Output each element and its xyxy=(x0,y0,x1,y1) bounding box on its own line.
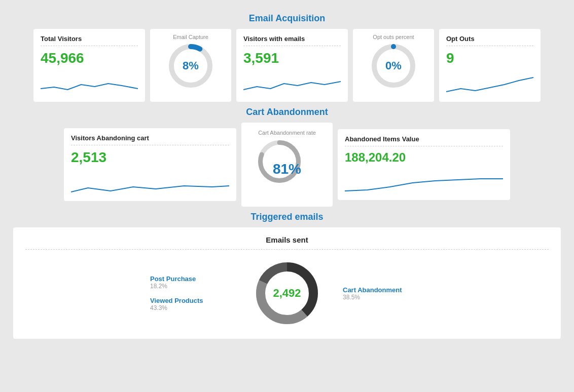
abandoned-value-card: Abandoned Items Value 188,204.20 xyxy=(338,129,510,200)
legend-cart-abandonment-label: Cart Abandonment xyxy=(343,286,424,294)
visitors-abandoning-card: Visitors Abandoning cart 2,513 xyxy=(64,128,236,201)
total-visitors-card: Total Visitors 45,966 xyxy=(33,29,145,102)
triggered-emails-section: Triggered emails Emails sent Post Purcha… xyxy=(8,212,566,339)
cart-rate-gauge: 81% xyxy=(257,139,317,200)
abandoned-value-sparkline xyxy=(345,168,503,193)
opt-outs-percent-gauge: 0% xyxy=(371,43,416,89)
donut-chart: 2,492 xyxy=(252,258,322,329)
opt-outs-value: 9 xyxy=(446,50,533,66)
legend-post-purchase-pct: 18.2% xyxy=(150,283,231,290)
opt-outs-label: Opt Outs xyxy=(446,35,533,46)
opt-outs-card: Opt Outs 9 xyxy=(439,29,541,102)
donut-center-value: 2,492 xyxy=(273,287,301,300)
donut-legend-right: Cart Abandonment 38.5% xyxy=(343,286,424,301)
donut-legend-left: Post Purchase 18.2% Viewed Products 43.3… xyxy=(150,275,231,311)
visitors-abandoning-label: Visitors Abandoning cart xyxy=(71,134,229,145)
total-visitors-value: 45,966 xyxy=(41,50,138,66)
visitors-emails-value: 3,591 xyxy=(243,50,341,66)
visitors-emails-sparkline xyxy=(243,69,341,95)
emails-sent-title: Emails sent xyxy=(25,236,549,250)
email-capture-gauge: 8% xyxy=(168,43,213,89)
opt-outs-percent-label: Opt outs percent xyxy=(373,34,414,40)
email-acquisition-title: Email Acquisition xyxy=(8,13,566,24)
legend-post-purchase: Post Purchase 18.2% xyxy=(150,275,231,290)
total-visitors-sparkline xyxy=(41,69,138,95)
visitors-emails-card: Visitors with emails 3,591 xyxy=(236,29,348,102)
visitors-abandoning-sparkline xyxy=(71,169,229,194)
legend-cart-abandonment: Cart Abandonment 38.5% xyxy=(343,286,424,301)
legend-cart-abandonment-pct: 38.5% xyxy=(343,294,424,301)
opt-outs-percent-value: 0% xyxy=(385,59,402,72)
legend-post-purchase-label: Post Purchase xyxy=(150,275,231,283)
cart-rate-value: 81% xyxy=(273,161,301,177)
cart-rate-label: Cart Abandonment rate xyxy=(258,130,316,136)
emails-sent-card: Emails sent Post Purchase 18.2% Viewed P… xyxy=(13,227,561,339)
cart-rate-card: Cart Abandonment rate 81% xyxy=(241,123,333,207)
email-capture-card: Email Capture 8% xyxy=(150,29,231,102)
email-acquisition-row: Total Visitors 45,966 Email Capture 8% V… xyxy=(8,29,566,102)
legend-viewed-products: Viewed Products 43.3% xyxy=(150,297,231,311)
cart-abandonment-row: Visitors Abandoning cart 2,513 Cart Aban… xyxy=(8,123,566,207)
legend-viewed-products-label: Viewed Products xyxy=(150,297,231,304)
cart-abandonment-title: Cart Abandonment xyxy=(8,107,566,117)
visitors-abandoning-value: 2,513 xyxy=(71,149,229,166)
email-capture-value: 8% xyxy=(183,59,199,72)
emails-sent-layout: Post Purchase 18.2% Viewed Products 43.3… xyxy=(25,258,549,329)
opt-outs-sparkline xyxy=(446,69,533,95)
opt-outs-percent-card: Opt outs percent 0% xyxy=(353,29,434,102)
total-visitors-label: Total Visitors xyxy=(41,35,138,46)
abandoned-value-value: 188,204.20 xyxy=(345,150,503,165)
abandoned-value-label: Abandoned Items Value xyxy=(345,135,503,146)
visitors-emails-label: Visitors with emails xyxy=(243,35,341,46)
email-capture-label: Email Capture xyxy=(173,34,208,40)
triggered-emails-title: Triggered emails xyxy=(8,212,566,222)
legend-viewed-products-pct: 43.3% xyxy=(150,304,231,311)
